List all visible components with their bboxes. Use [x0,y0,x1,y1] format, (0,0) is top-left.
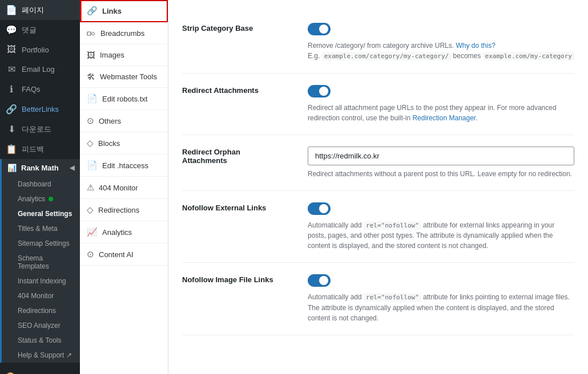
sidebar-item-faqs[interactable]: ℹ FAQs [0,79,80,99]
setting-content: Redirect all attachment page URLs to the… [308,85,574,123]
setting-label: Nofollow Image File Links [182,274,296,284]
setting-nofollow-external-links: Nofollow External Links Automatically ad… [182,191,574,263]
redirect-attachments-toggle[interactable] [308,85,331,97]
setting-nofollow-image-file-links: Nofollow Image File Links Automatically … [182,263,574,335]
setting-label: Redirect OrphanAttachments [182,147,296,165]
setting-strip-category-base: Strip Category Base Remove /category/ fr… [182,11,574,74]
setting-content: Automatically add rel="nofollow" attribu… [308,274,574,323]
nofollow-image-toggle[interactable] [308,274,331,287]
setting-description: Automatically add rel="nofollow" attribu… [308,292,574,323]
example-code-after: example.com/my-category [483,52,574,60]
main-settings-content: Strip Category Base Remove /category/ fr… [168,0,588,374]
sidebar-item-label: Email Log [22,65,55,74]
example-code-before: example.com/category/my-category/ [322,52,452,60]
webmaster-icon: 🛠 [87,72,95,82]
redirection-manager-link[interactable]: Redirection Manager [412,114,476,122]
setting-description: Redirect all attachment page URLs to the… [308,103,574,123]
sidebar-item-pages[interactable]: 📄 페이지 [0,0,80,20]
submenu-item-status-tools[interactable]: Status & Tools [2,333,80,348]
rank-math-label: Rank Math [21,164,59,172]
rm-sidebar-item-analytics[interactable]: 📈 Analytics [80,221,168,243]
toggle-thumb [319,276,328,285]
rm-sidebar-item-others[interactable]: ⊙ Others [80,110,168,132]
breadcrumbs-icon [87,28,96,38]
submenu-item-help-support[interactable]: Help & Support ↗ [2,348,80,363]
code-nofollow: rel="nofollow" [364,221,421,230]
submenu-item-schema-templates[interactable]: Schema Templates [2,251,80,274]
submenu-item-titles-meta[interactable]: Titles & Meta [2,221,80,236]
setting-content: Remove /category/ from category archive … [308,23,574,62]
sidebar-item-label: FAQs [22,85,41,93]
toggle-thumb [319,87,328,96]
rm-sidebar-item-content-ai[interactable]: ⊙ Content AI [80,243,168,266]
comments-icon: 💬 [6,25,17,35]
sidebar-item-portfolio[interactable]: 🖼 Portfolio [0,40,80,59]
submenu-item-sitemap-settings[interactable]: Sitemap Settings [2,236,80,251]
strip-category-base-toggle[interactable] [308,23,331,35]
collapse-icon: ◀ [70,164,74,172]
rm-sidebar-item-links[interactable]: 🔗 Links [80,0,168,22]
setting-content: Redirect attachments without a parent po… [308,147,574,179]
rm-sidebar-item-label: Analytics [102,228,132,237]
faqs-icon: ℹ [6,84,17,95]
sidebar-item-feedback[interactable]: 📋 피드백 [0,139,80,159]
blocks-icon: ◇ [87,138,94,148]
rm-sidebar-item-blocks[interactable]: ◇ Blocks [80,132,168,155]
rm-sidebar-item-label: Edit robots.txt [102,95,147,103]
code-nofollow-image: rel="nofollow" [364,293,421,302]
rm-sidebar-item-images[interactable]: 🖼 Images [80,44,168,66]
rm-sidebar-item-label: Content AI [99,250,134,259]
redirections-icon: ◇ [87,205,94,215]
sidebar-item-betterlinks[interactable]: 🔗 BetterLinks [0,99,80,119]
htaccess-icon: 📄 [87,160,98,170]
email-icon: ✉ [6,64,17,75]
submenu-item-404-monitor[interactable]: 404 Monitor [2,288,80,303]
nofollow-external-toggle[interactable] [308,202,331,215]
rank-math-header[interactable]: 📊 Rank Math ◀ [2,159,80,177]
download-icon: ⬇ [6,124,17,135]
sidebar-item-download[interactable]: ⬇ 다운로드 [0,119,80,139]
setting-label: Redirect Attachments [182,85,296,95]
submenu-item-seo-analyzer[interactable]: SEO Analyzer [2,318,80,333]
rm-sidebar-item-edit-htaccess[interactable]: 📄 Edit .htaccess [80,155,168,177]
submenu-item-instant-indexing[interactable]: Instant Indexing [2,274,80,288]
sidebar-item-label: 댓글 [22,25,37,35]
sidebar-item-label: BetterLinks [22,105,59,113]
toggle-thumb [319,204,328,213]
rm-sidebar-item-label: Links [102,7,122,15]
submenu-item-dashboard[interactable]: Dashboard [2,177,80,192]
setting-redirect-attachments: Redirect Attachments Redirect all attach… [182,74,574,135]
rank-math-submenu: Dashboard Analytics General Settings Tit… [2,177,80,363]
sidebar-item-email-log[interactable]: ✉ Email Log [0,59,80,79]
content-ai-icon: ⊙ [87,249,94,259]
submenu-item-redirections[interactable]: Redirections [2,303,80,318]
toggle-track [308,85,331,97]
toggle-track [308,202,331,215]
rm-sidebar-item-redirections[interactable]: ◇ Redirections [80,199,168,221]
setting-content: Automatically add rel="nofollow" attribu… [308,202,574,251]
rm-sidebar-item-edit-robots[interactable]: 📄 Edit robots.txt [80,88,168,110]
sidebar-item-comments[interactable]: 💬 댓글 [0,20,80,40]
others-icon: ⊙ [87,116,94,126]
toggle-thumb [319,25,328,34]
toggle-track [308,274,331,287]
rank-math-icon: 📊 [7,164,17,172]
rm-sidebar-item-404-monitor[interactable]: ⚠ 404 Monitor [80,177,168,199]
sidebar-item-label: 피드백 [22,144,44,155]
why-link[interactable]: Why do this? [456,42,495,50]
images-icon: 🖼 [87,50,95,60]
sidebar-item-label: 외모 [22,372,37,375]
redirect-orphan-input[interactable] [308,147,574,165]
pages-icon: 📄 [6,5,17,15]
robots-icon: 📄 [87,93,98,104]
sidebar-item-label: 다운로드 [22,124,51,135]
rm-sidebar-item-breadcrumbs[interactable]: Breadcrumbs [80,22,168,44]
rm-sidebar-item-label: Blocks [98,139,120,148]
submenu-item-general-settings[interactable]: General Settings [2,206,80,221]
setting-description: Redirect attachments without a parent po… [308,169,574,179]
sidebar-item-appearance[interactable]: 🎨 외모 [0,367,80,374]
sidebar-item-label: 페이지 [22,5,44,15]
submenu-item-analytics[interactable]: Analytics [2,192,80,206]
rm-sidebar-item-label: 404 Monitor [99,184,138,192]
rm-sidebar-item-webmaster-tools[interactable]: 🛠 Webmaster Tools [80,66,168,88]
